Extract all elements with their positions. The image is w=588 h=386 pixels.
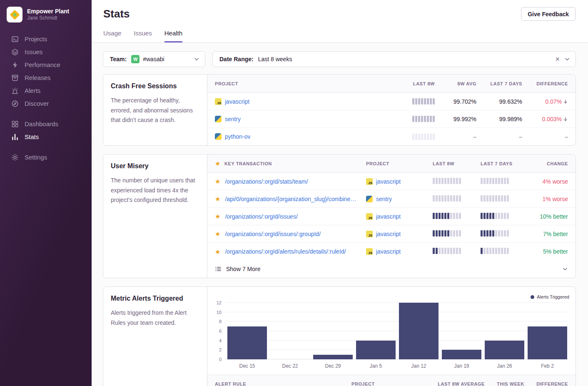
last-7-days-value: –	[476, 133, 522, 140]
chart-bar-feb-2[interactable]	[526, 303, 569, 359]
panel-title: Metric Alerts Triggered	[111, 295, 199, 302]
table-header: ProjectLast 8W8W AvgLast 7 DaysDifferenc…	[207, 75, 576, 93]
last-8w-sparkline	[433, 230, 481, 238]
transaction-link[interactable]: /api/0/organizations/{organization_slug}…	[225, 196, 356, 202]
change-value: 7% better	[528, 231, 568, 237]
legend-label: Alerts Triggered	[537, 294, 569, 299]
star-icon[interactable]: ★	[215, 213, 220, 219]
y-axis-label: 2	[219, 347, 222, 352]
chart-bar-jan-12[interactable]	[397, 303, 440, 359]
project-link[interactable]: sentry	[225, 116, 241, 122]
sidebar-item-discover[interactable]: Discover	[0, 97, 92, 110]
project-link[interactable]: javascript	[225, 98, 249, 105]
project-link[interactable]: javascript	[376, 231, 401, 237]
project-link[interactable]: sentry	[376, 196, 392, 202]
chart-bar-jan-19[interactable]	[440, 303, 483, 359]
tab-health[interactable]: Health	[164, 30, 182, 42]
team-select[interactable]: Team: W #wasabi	[103, 51, 205, 67]
sidebar-item-releases[interactable]: Releases	[0, 71, 92, 84]
project-link[interactable]: python-ov	[225, 133, 250, 140]
performance-icon	[11, 61, 19, 69]
transaction-cell: ★/organizations/:orgId/issues/:groupId/	[215, 231, 366, 237]
crash-free-sessions-panel: Crash Free Sessions The percentage of he…	[103, 74, 576, 146]
difference-value: 0.07%	[522, 98, 568, 105]
panel-title: User Misery	[111, 162, 199, 170]
user-misery-info: User Misery The number of unique users t…	[103, 154, 207, 278]
sidebar-item-dashboards[interactable]: Dashboards	[0, 117, 92, 130]
change-value: 10% better	[528, 213, 568, 220]
page-header: Stats Give Feedback UsageIssuesHealth	[92, 0, 588, 43]
column-header-project: Project	[351, 381, 431, 386]
sidebar-secondary-nav: DashboardsStats	[0, 117, 92, 143]
chart-bar-dec-29[interactable]	[311, 303, 354, 359]
metric-alerts-panel: Metric Alerts Triggered Alerts triggered…	[103, 286, 576, 386]
plot-area	[226, 303, 569, 359]
sidebar-item-performance[interactable]: Performance	[0, 58, 92, 71]
chart-bar-jan-5[interactable]	[354, 303, 397, 359]
difference: 0.003%	[542, 116, 568, 122]
metric-alerts-info: Metric Alerts Triggered Alerts triggered…	[103, 287, 207, 386]
x-axis-label: Jan 26	[483, 363, 526, 369]
column-header-8w-avg: 8W Avg	[435, 81, 476, 86]
transaction-link[interactable]: /organizations/:orgId/issues/	[225, 213, 297, 220]
difference-value: 0.003%	[522, 116, 568, 122]
column-header-difference: Difference	[522, 81, 568, 86]
org-logo-icon	[10, 10, 20, 20]
issues-icon	[11, 48, 19, 56]
x-axis-label: Dec 22	[269, 363, 311, 369]
sidebar-item-alerts[interactable]: Alerts	[0, 84, 92, 97]
transaction-link[interactable]: /organizations/:orgId/issues/:groupId/	[225, 231, 321, 237]
date-range-select[interactable]: Date Range: Last 8 weeks ×	[212, 51, 576, 67]
star-icon[interactable]: ★	[215, 249, 220, 255]
javascript-platform-icon: JS	[366, 213, 373, 220]
project-link[interactable]: javascript	[376, 248, 401, 255]
tab-issues[interactable]: Issues	[134, 30, 152, 42]
projects-icon	[11, 35, 19, 43]
chart-bar-jan-26[interactable]	[483, 303, 526, 359]
sidebar-item-label: Settings	[25, 153, 47, 161]
column-header-last-8w: Last 8W	[433, 161, 481, 166]
table-row: ★/organizations/:orgId/issues/JSjavascri…	[207, 208, 576, 225]
give-feedback-button[interactable]: Give Feedback	[521, 7, 576, 21]
last-8w-sparkline	[433, 213, 481, 220]
sidebar-item-settings[interactable]: Settings	[0, 151, 92, 164]
user-name: Jane Schmidt	[27, 15, 69, 22]
x-axis-label: Feb 2	[526, 363, 569, 369]
page-title: Stats	[103, 7, 130, 20]
chart-bar-dec-22	[269, 303, 311, 359]
sidebar-item-projects[interactable]: Projects	[0, 32, 92, 45]
transaction-cell: ★/organizations/:orgId/stats/team/	[215, 178, 366, 185]
project-link[interactable]: javascript	[376, 178, 401, 185]
chart-legend[interactable]: Alerts Triggered	[531, 294, 569, 299]
x-axis-label: Jan 12	[397, 363, 440, 369]
tab-usage[interactable]: Usage	[103, 30, 121, 42]
sparkline	[412, 98, 435, 105]
star-icon[interactable]: ★	[215, 178, 220, 184]
change-value: 5% better	[528, 248, 568, 255]
transaction-link[interactable]: /organizations/:orgId/alerts/rules/detai…	[225, 248, 346, 255]
table-row: python-ov–––	[207, 128, 576, 145]
python-platform-icon	[366, 196, 373, 202]
show-more-button[interactable]: Show 7 More	[207, 260, 576, 278]
org-switcher[interactable]: Empower Plant Jane Schmidt	[0, 7, 92, 22]
last-8w-sparkline	[381, 134, 435, 140]
chevron-down-icon	[194, 56, 199, 62]
clear-date-range-icon[interactable]: ×	[555, 55, 560, 63]
sparkline	[433, 213, 461, 219]
arrow-down-icon	[563, 117, 568, 122]
transaction-link[interactable]: /organizations/:orgId/stats/team/	[225, 178, 308, 185]
sidebar: Empower Plant Jane Schmidt ProjectsIssue…	[0, 0, 92, 386]
chart-bar-dec-15[interactable]	[226, 303, 269, 359]
content: Team: W #wasabi Date Range: Last 8 weeks…	[92, 43, 588, 386]
app-window: Empower Plant Jane Schmidt ProjectsIssue…	[0, 0, 588, 386]
column-header-last-8w: Last 8W	[381, 81, 435, 86]
sidebar-item-label: Dashboards	[25, 120, 58, 128]
last-8w-sparkline	[433, 195, 481, 203]
sidebar-item-stats[interactable]: Stats	[0, 130, 92, 143]
star-icon[interactable]: ★	[215, 196, 220, 202]
project-cell: JSjavascript	[366, 213, 433, 220]
star-icon[interactable]: ★	[215, 231, 220, 237]
sidebar-item-issues[interactable]: Issues	[0, 45, 92, 58]
x-axis-label: Jan 19	[440, 363, 483, 369]
project-link[interactable]: javascript	[376, 213, 401, 220]
